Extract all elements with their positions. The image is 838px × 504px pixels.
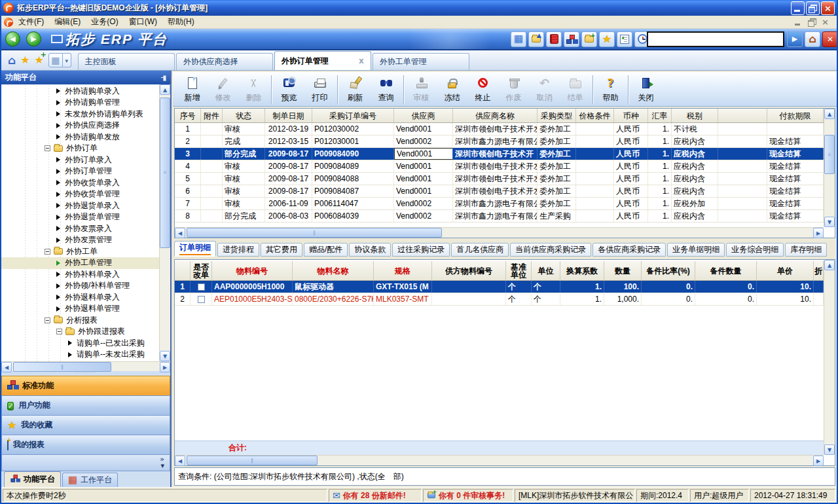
menu-item-edit[interactable]: 编辑(E) — [49, 15, 86, 29]
quick-search-input[interactable] — [647, 31, 784, 47]
chevron-down-icon[interactable]: ▾ — [160, 463, 164, 469]
sidebar-panel-我的收藏[interactable]: ★我的收藏 — [1, 415, 170, 435]
column-header[interactable] — [175, 261, 191, 280]
预览-button[interactable]: 预览 — [274, 74, 304, 105]
star-badge-icon[interactable]: ★ — [599, 31, 615, 47]
column-header[interactable]: 采购类型 — [537, 109, 576, 122]
tree-item[interactable]: 外协退货单录入 — [1, 200, 159, 212]
menu-item-file[interactable]: 文件(F) — [13, 15, 49, 29]
scroll-thumb[interactable]: ∥ — [187, 456, 318, 465]
order-row[interactable]: 4审核2009-08-17P009084089Vend0001深圳市领创电子技术… — [175, 160, 824, 173]
detail-row[interactable]: 1AAP0000005H1000鼠标驱动器GXT-TX015 (M个个1.100… — [175, 281, 824, 293]
folder-add-icon[interactable]: + — [581, 31, 597, 47]
tree-item[interactable]: 外协发票录入 — [1, 223, 159, 235]
mdi-close-icon[interactable]: × — [820, 18, 830, 27]
sidebar-splitter[interactable]: ········· — [1, 371, 170, 376]
collapse-icon[interactable] — [45, 317, 50, 323]
red-book-icon[interactable] — [546, 31, 562, 47]
home-report-icon[interactable]: ⌂ — [805, 31, 820, 47]
scroll-left-icon[interactable]: ◀ — [175, 228, 185, 238]
mdi-restore-icon[interactable] — [807, 18, 816, 27]
status-audit[interactable]: + 你有 0 件审核事务! — [423, 489, 513, 502]
order-row[interactable]: 1审核2012-03-19P012030002Vend0001深圳市领创电子技术… — [175, 123, 824, 135]
column-header[interactable]: 数量 — [604, 261, 642, 280]
tree-item[interactable]: 外协工单 — [1, 246, 159, 258]
detail-horizontal-scrollbar[interactable]: ◀ ∥ ▶ — [175, 455, 824, 465]
menu-item-help[interactable]: 帮助(H) — [162, 15, 200, 29]
scroll-up-icon[interactable]: ▲ — [160, 84, 170, 95]
doc-tab-1[interactable]: 主控面板 — [78, 53, 175, 70]
tree-item[interactable]: 外协退料单录入 — [1, 292, 159, 304]
order-row[interactable]: 6审核2009-08-17P009084087Vend0001深圳市领创电子技术… — [175, 185, 824, 198]
scroll-right-icon[interactable]: ▶ — [813, 228, 824, 238]
tree-item[interactable]: 外协退料单管理 — [1, 303, 159, 315]
detail-tab-当前供应商采购记录[interactable]: 当前供应商采购记录 — [510, 243, 591, 257]
column-header[interactable]: 物料名称 — [293, 261, 374, 280]
run-icon[interactable]: ▶ — [787, 31, 803, 47]
column-header[interactable]: 税别 — [672, 109, 718, 122]
detail-tab-进货排程[interactable]: 进货排程 — [217, 243, 259, 257]
column-header[interactable]: 备件数量 — [695, 261, 757, 280]
column-header[interactable]: 币种 — [614, 109, 648, 122]
tree-item[interactable]: 未发放外协请购单列表 — [1, 109, 159, 120]
restore-button[interactable] — [806, 1, 820, 15]
detail-tab-协议条款[interactable]: 协议条款 — [349, 243, 391, 257]
tree-item[interactable]: 请购单--未发出采购 — [1, 349, 159, 361]
scroll-down-icon[interactable]: ▼ — [824, 444, 835, 455]
minimize-button[interactable] — [791, 1, 805, 15]
view-grid-icon[interactable]: ▦ — [48, 53, 63, 67]
chevron-down-icon[interactable]: ▾ — [63, 53, 71, 67]
detail-tab-赠品/配件[interactable]: 赠品/配件 — [304, 243, 348, 257]
status-mail[interactable]: ✉ 你有 28 份新邮件! — [329, 489, 422, 502]
pin-icon[interactable] — [161, 75, 166, 80]
checkbox[interactable] — [198, 296, 205, 303]
column-header[interactable]: 价格条件 — [576, 109, 614, 122]
tree-item[interactable]: 外协订单录入 — [1, 154, 159, 166]
column-header[interactable]: 附件 — [201, 109, 223, 122]
tree-item[interactable]: 外协供应商选择 — [1, 120, 159, 132]
detail-row[interactable]: 2AEP01000E5H2403-SMT0800E/2030+6226-S7KM… — [175, 293, 824, 306]
menu-item-window[interactable]: 窗口(W) — [124, 15, 162, 29]
scroll-right-icon[interactable]: ▶ — [813, 456, 824, 466]
tree-item[interactable]: 外协请购单发放 — [1, 132, 159, 143]
tab-close-icon[interactable]: x — [347, 56, 364, 65]
帮助-button[interactable]: ?帮助 — [595, 74, 626, 105]
打印-button[interactable]: 打印 — [304, 74, 335, 105]
exit-app-icon[interactable]: ✕ — [822, 31, 837, 47]
scroll-thumb[interactable]: ∥ — [187, 228, 442, 238]
tree-vertical-scrollbar[interactable]: ▲ ≡ ▼ — [159, 84, 170, 361]
mdi-minimize-icon[interactable] — [793, 18, 803, 27]
menu-item-business[interactable]: 业务(O) — [86, 15, 123, 29]
新增-button[interactable]: 新增 — [177, 74, 208, 105]
column-header[interactable]: 付款期限 — [767, 109, 824, 122]
scroll-thumb[interactable]: ≡ — [160, 98, 170, 248]
column-header[interactable]: 是否 改单 — [191, 261, 212, 280]
column-header[interactable]: 物料编号 — [212, 261, 293, 280]
detail-tab-首几名供应商[interactable]: 首几名供应商 — [451, 243, 509, 257]
column-header[interactable]: 序号 — [175, 109, 201, 122]
column-header[interactable]: 状态 — [223, 109, 265, 122]
刷新-button[interactable]: 刷新 — [340, 74, 371, 105]
sidebar-panel-标准功能[interactable]: 标准功能 — [1, 376, 170, 395]
冻结-button[interactable]: 冻结 — [437, 74, 467, 105]
scroll-left-icon[interactable]: ◀ — [175, 456, 185, 466]
column-header[interactable]: 折 — [814, 261, 824, 280]
tree-item[interactable]: 请购单--已发出采购 — [1, 338, 159, 350]
order-row[interactable]: 5审核2009-08-17P009084088Vend0001深圳市领创电子技术… — [175, 173, 824, 185]
查询-button[interactable]: 查询 — [371, 74, 401, 105]
column-header[interactable]: 基准 单位 — [506, 261, 532, 280]
tree-item[interactable]: 外协请购单管理 — [1, 97, 159, 109]
scroll-up-icon[interactable]: ▲ — [824, 260, 835, 270]
scroll-right-icon[interactable]: ▶ — [160, 362, 170, 372]
close-button[interactable]: × — [821, 1, 835, 15]
detail-tab-各供应商采购记录[interactable]: 各供应商采购记录 — [592, 243, 666, 257]
column-header[interactable]: 制单日期 — [265, 109, 312, 122]
order-row[interactable]: 3部分完成2009-08-17P009084090Vend0001深圳市领创电子… — [175, 148, 824, 160]
favorite-star-icon[interactable]: ★ — [20, 54, 29, 66]
orders-vertical-scrollbar[interactable]: ▲ ≡ ▼ — [824, 109, 835, 227]
home-icon[interactable]: ⌂ — [8, 54, 16, 67]
sidebar-panel-用户功能[interactable]: ✓用户功能 — [1, 395, 170, 415]
scroll-down-icon[interactable]: ▼ — [160, 351, 170, 361]
column-header[interactable]: 采购订单编号 — [312, 109, 394, 122]
side-tab-功能平台[interactable]: 功能平台 — [4, 471, 61, 487]
